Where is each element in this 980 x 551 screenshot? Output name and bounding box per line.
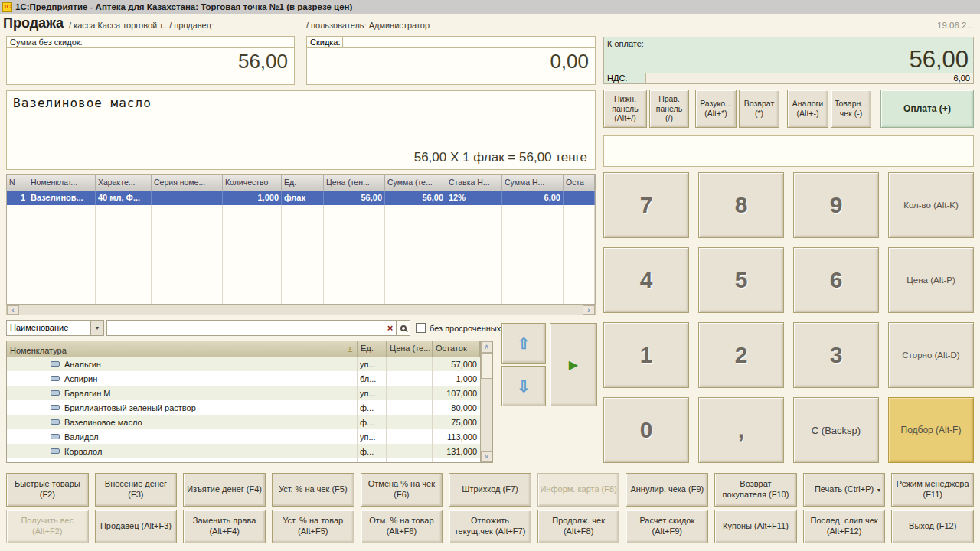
numpad-6[interactable]: 6 <box>793 247 879 313</box>
product-row[interactable]: Анальгин уп... 57,000 <box>7 357 492 371</box>
col-quantity[interactable]: Количество <box>223 175 282 191</box>
col-vat-sum[interactable]: Сумма Н... <box>502 175 564 191</box>
set-item-discount-button[interactable]: Уст. % на товар (Alt+F5) <box>272 510 354 543</box>
price-button[interactable]: Цена (Alt-P) <box>888 247 974 313</box>
print-button[interactable]: Печать (Ctrl+P) ▼ <box>803 473 886 507</box>
col-product-stock[interactable]: Остаток <box>433 341 480 357</box>
pick-button[interactable]: Подбор (Alt-F) <box>888 397 974 463</box>
pay-button[interactable]: Оплата (+) <box>880 90 974 128</box>
bottom-panel-button[interactable]: Нижн. панель (Alt+/) <box>603 90 647 128</box>
col-nomenclature[interactable]: Номенклат... <box>28 175 96 191</box>
coupons-button[interactable]: Купоны (Alt+F11) <box>714 510 797 543</box>
item-element-icon <box>51 376 60 381</box>
search-filter-select[interactable]: Наименование ▼ <box>6 320 104 336</box>
cart-empty-area <box>7 205 595 304</box>
chevron-down-icon[interactable]: ▼ <box>90 321 103 335</box>
numpad-9[interactable]: 9 <box>793 172 879 238</box>
void-check-button[interactable]: Аннулир. чека (F9) <box>626 473 708 507</box>
expired-filter-checkbox[interactable] <box>416 323 426 333</box>
seller-button[interactable]: Продавец (Alt+F3) <box>95 510 178 543</box>
scroll-right-icon[interactable]: › <box>583 305 595 315</box>
goods-receipt-button[interactable]: Товарн... чек (-) <box>831 90 871 128</box>
cancel-check-discount-button[interactable]: Отмена % на чек (F6) <box>361 473 443 507</box>
cart-hscrollbar[interactable]: ‹ › <box>6 305 596 315</box>
set-check-discount-button[interactable]: Уст. % на чек (F5) <box>272 473 354 507</box>
vat-value: 6,00 <box>646 73 973 83</box>
backspace-button[interactable]: C (Backsp) <box>793 397 879 463</box>
scroll-down-icon[interactable]: ∨ <box>481 451 492 462</box>
search-input[interactable] <box>106 320 384 336</box>
select-product-button[interactable]: ▶ <box>550 323 597 406</box>
function-row-2: Получить вес (Alt+F2) Продавец (Alt+F3) … <box>6 510 974 543</box>
discount-extra-field <box>307 73 595 83</box>
up-arrow-icon: ⇧ <box>518 334 531 353</box>
product-row-partial[interactable] <box>7 458 492 463</box>
hold-check-button[interactable]: Отложить текущ.чек (Alt+F7) <box>449 510 531 543</box>
cart-row-selected[interactable]: 1 Вазелинов... 40 мл, Ф... 1,000 флак 56… <box>7 191 595 205</box>
col-series[interactable]: Серия номе... <box>152 175 223 191</box>
scroll-up-icon[interactable]: ∧ <box>481 341 492 353</box>
numpad-8[interactable]: 8 <box>698 172 784 238</box>
info-card-button: Информ. карта (F8) <box>537 473 620 507</box>
unpack-button[interactable]: Разуко... (Alt+*) <box>695 90 737 128</box>
change-rights-button[interactable]: Заменить права (Alt+F4) <box>183 510 266 543</box>
scroll-left-icon[interactable]: ‹ <box>7 305 19 315</box>
manager-mode-button[interactable]: Режим менеджера (F11) <box>891 473 974 507</box>
item-name: Вазелиновое масло <box>13 96 152 110</box>
numpad-3[interactable]: 3 <box>793 322 879 388</box>
chevron-down-icon[interactable]: ▼ <box>876 487 881 494</box>
col-product-name[interactable]: Номенклатура ≜ <box>7 341 358 357</box>
numpad-5[interactable]: 5 <box>698 247 784 313</box>
col-product-price[interactable]: Цена (те... <box>387 341 433 357</box>
col-unit[interactable]: Ед. <box>282 175 324 191</box>
product-row[interactable]: Аспирин бл... 1,000 <box>7 371 492 386</box>
quantity-button[interactable]: Кол-во (Alt-K) <box>888 172 974 238</box>
product-row[interactable]: Корвалол ф... 131,000 <box>7 444 492 458</box>
numpad-comma[interactable]: , <box>698 397 784 463</box>
cash-in-button[interactable]: Внесение денег (F3) <box>95 473 178 507</box>
numpad-1[interactable]: 1 <box>603 322 689 388</box>
exit-button[interactable]: Выход (F12) <box>891 510 974 543</box>
pay-value: 56,00 <box>604 48 973 73</box>
col-vat-rate[interactable]: Ставка Н... <box>446 175 502 191</box>
clear-search-button[interactable]: × <box>384 320 397 336</box>
down-arrow-icon: ⇩ <box>518 377 531 396</box>
expired-filter-label: без просроченных <box>430 324 501 333</box>
col-price[interactable]: Цена (тен... <box>324 175 385 191</box>
move-down-button[interactable]: ⇩ <box>501 366 546 406</box>
scrollbar-thumb[interactable] <box>481 353 492 379</box>
discount-value: 0,00 <box>307 48 595 73</box>
product-row[interactable]: Бриллиантовый зеленый раствор ф... 80,00… <box>7 400 492 415</box>
barcode-button[interactable]: Штрихкод (F7) <box>449 473 531 507</box>
cancel-item-discount-button[interactable]: Отм. % на товар (Alt+F6) <box>361 510 443 543</box>
calc-discounts-button[interactable]: Расчет скидок (Alt+F9) <box>626 510 708 543</box>
numpad-2[interactable]: 2 <box>698 322 784 388</box>
product-row[interactable]: Баралгин М уп... 107,000 <box>7 386 492 400</box>
product-vscrollbar[interactable]: ∧ ∨ <box>480 341 492 462</box>
continue-check-button[interactable]: Продолж. чек (Alt+F8) <box>537 510 620 543</box>
numpad-7[interactable]: 7 <box>603 172 689 238</box>
right-panel-button[interactable]: Прав. панель (/) <box>649 90 689 128</box>
col-n[interactable]: N <box>7 175 28 191</box>
last-slip-button[interactable]: Послед. слип чек (Alt+F12) <box>803 510 886 543</box>
date-label: 19.06.2... <box>937 21 974 30</box>
product-row[interactable]: Валидол уп... 113,000 <box>7 429 492 444</box>
move-up-button[interactable]: ⇧ <box>501 323 546 364</box>
discount-inline-field <box>342 37 595 47</box>
col-rest[interactable]: Оста <box>564 175 595 191</box>
sum-without-discounts-box: Сумма без скидок: 56,00 <box>6 36 295 85</box>
item-calc-line: 56,00 Х 1 флак = 56,00 тенге <box>414 150 587 165</box>
col-sum[interactable]: Сумма (те... <box>385 175 446 191</box>
cash-out-button[interactable]: Изъятие денег (F4) <box>183 473 266 507</box>
product-row[interactable]: Вазелиновое масло ф... 75,000 <box>7 415 492 429</box>
col-characteristic[interactable]: Характе... <box>96 175 152 191</box>
search-button[interactable] <box>397 320 410 336</box>
numpad-4[interactable]: 4 <box>603 247 689 313</box>
refund-button[interactable]: Возврат (*) <box>739 90 779 128</box>
numpad-0[interactable]: 0 <box>603 397 689 463</box>
customer-return-button[interactable]: Возврат покупателя (F10) <box>714 473 797 507</box>
storno-button[interactable]: Сторно (Alt-D) <box>888 322 974 388</box>
col-product-unit[interactable]: Ед. <box>358 341 387 357</box>
quick-goods-button[interactable]: Быстрые товары (F2) <box>6 473 89 507</box>
analogs-button[interactable]: Аналоги (Alt+-) <box>787 90 828 128</box>
